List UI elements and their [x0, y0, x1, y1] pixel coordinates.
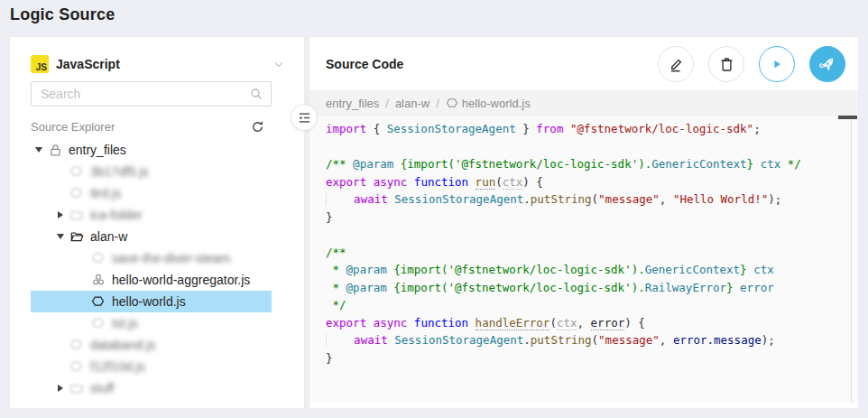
- breadcrumb-alan-w[interactable]: alan-w: [395, 97, 429, 110]
- tree-item-label: alan-w: [90, 229, 127, 244]
- caret-down-icon[interactable]: [32, 147, 45, 153]
- explorer-title: Source Explorer: [31, 120, 115, 134]
- tree-item[interactable]: 3b17df5.js: [31, 161, 272, 182]
- tree-item-selected[interactable]: hello-world.js: [31, 291, 272, 312]
- javascript-icon: JS: [31, 55, 49, 73]
- code-toolbar: [658, 46, 845, 82]
- deploy-button[interactable]: [809, 46, 845, 82]
- code-line: */: [326, 296, 858, 314]
- code-line: await SessionStorageAgent.putString("mes…: [326, 331, 858, 349]
- tree-item-label: f12f10d.js: [90, 359, 145, 374]
- tree-item-label: databand.js: [90, 338, 155, 352]
- aggregator-icon: [91, 273, 106, 288]
- code-line: * @param {import('@fstnetwork/loc-logic-…: [326, 261, 858, 279]
- tree-item[interactable]: hello-world-aggregator.js: [31, 269, 272, 291]
- hexagon-icon: [69, 359, 85, 375]
- explorer-header: Source Explorer: [31, 116, 272, 136]
- breadcrumb-separator: /: [436, 97, 439, 110]
- breadcrumb-current-file: hello-world.js: [446, 97, 531, 110]
- pencil-icon: [668, 56, 685, 73]
- code-line: export async function handleError(ctx, e…: [326, 314, 858, 332]
- source-explorer-panel: JS JavaScript Source Explorer entry_file…: [9, 36, 305, 409]
- tree-item[interactable]: alan-w: [31, 226, 272, 247]
- hexagon-icon: [69, 338, 85, 353]
- code-lines: import { SessionStorageAgent } from "@fs…: [326, 120, 858, 367]
- tree-item-label: hello-world.js: [112, 294, 186, 309]
- caret-down-icon[interactable]: [54, 234, 67, 239]
- tree-item[interactable]: ica-folder: [31, 204, 272, 226]
- tree-item-label: stuff: [90, 381, 114, 395]
- tree-item-label: ica-folder: [90, 208, 143, 222]
- page-title: Logic Source: [10, 5, 115, 24]
- tree-item[interactable]: tst.js: [31, 312, 272, 334]
- tree-item[interactable]: save-the-diver-steam: [31, 247, 272, 269]
- code-line: await SessionStorageAgent.putString("mes…: [326, 190, 858, 209]
- code-line: /**: [326, 244, 858, 262]
- folder-closed-icon: [69, 208, 85, 223]
- source-code-title: Source Code: [326, 57, 403, 71]
- language-name: JavaScript: [56, 57, 120, 71]
- collapse-sidebar-button[interactable]: [291, 104, 318, 131]
- scrollbar-thumb[interactable]: [838, 116, 857, 119]
- rocket-icon: [818, 55, 837, 74]
- tree-item[interactable]: databand.js: [31, 334, 272, 356]
- language-select[interactable]: JS JavaScript: [31, 53, 285, 75]
- lock-icon: [48, 143, 63, 158]
- code-line: [326, 226, 858, 244]
- tree-item-label: 8rd.js: [90, 186, 121, 200]
- hexagon-icon: [91, 316, 106, 331]
- breadcrumb-entry-files[interactable]: entry_files: [326, 97, 379, 110]
- breadcrumb: entry_files / alan-w / hello-world.js: [309, 90, 858, 116]
- menu-fold-icon: [298, 111, 311, 125]
- folder-open-icon: [69, 229, 85, 245]
- tree-item[interactable]: f12f10d.js: [31, 356, 272, 377]
- tree-item-label: hello-world-aggregator.js: [112, 273, 250, 287]
- caret-right-icon[interactable]: [54, 211, 67, 218]
- hexagon-icon: [446, 97, 458, 109]
- tree-item[interactable]: 8rd.js: [31, 182, 272, 204]
- code-line: }: [326, 349, 858, 367]
- search-box: [31, 81, 272, 107]
- run-button[interactable]: [759, 46, 795, 82]
- source-code-panel: Source Code: [309, 36, 859, 409]
- tree-item[interactable]: stuff: [31, 377, 272, 399]
- hexagon-icon: [91, 251, 106, 266]
- breadcrumb-separator: /: [385, 97, 389, 110]
- delete-button[interactable]: [708, 46, 744, 82]
- refresh-icon[interactable]: [251, 120, 272, 134]
- scrollbar-track: [851, 116, 852, 403]
- chevron-down-icon: [272, 58, 285, 70]
- code-line: * @param {import('@fstnetwork/loc-logic-…: [326, 279, 858, 297]
- file-tree: entry_files3b17df5.js8rd.jsica-folderala…: [31, 139, 272, 399]
- tree-item-label: tst.js: [112, 316, 138, 330]
- tree-item[interactable]: entry_files: [31, 139, 272, 161]
- code-line: export async function run(ctx) {: [326, 173, 858, 191]
- search-icon: [249, 87, 263, 101]
- caret-right-icon[interactable]: [54, 385, 67, 392]
- tree-item-label: save-the-diver-steam: [112, 251, 231, 265]
- code-line: /** @param {import('@fstnetwork/loc-logi…: [326, 155, 858, 173]
- folder-closed-icon: [69, 381, 85, 396]
- code-line: }: [326, 209, 858, 227]
- search-input[interactable]: [41, 87, 249, 101]
- hexagon-icon: [69, 164, 85, 180]
- edit-button[interactable]: [658, 46, 694, 82]
- tree-item-label: entry_files: [69, 143, 126, 157]
- play-icon: [769, 56, 785, 72]
- tree-item-label: 3b17df5.js: [90, 164, 149, 179]
- hexagon-icon: [69, 186, 85, 201]
- code-line: [326, 138, 858, 156]
- code-editor[interactable]: import { SessionStorageAgent } from "@fs…: [309, 116, 858, 403]
- code-line: import { SessionStorageAgent } from "@fs…: [326, 120, 858, 138]
- trash-icon: [718, 56, 735, 73]
- hexagon-icon: [91, 294, 106, 310]
